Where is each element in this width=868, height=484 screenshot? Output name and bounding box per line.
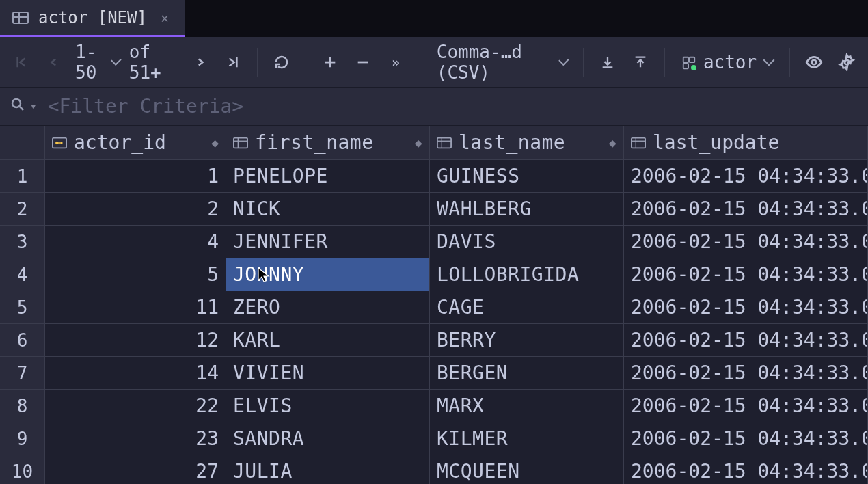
- cell-actor-id[interactable]: 2: [45, 193, 226, 226]
- row-number[interactable]: 3: [0, 226, 45, 258]
- cell-last-update[interactable]: 2006-02-15 04:34:33.00: [624, 357, 868, 390]
- table-row[interactable]: 923SANDRAKILMER2006-02-15 04:34:33.00: [0, 422, 868, 455]
- ddl-dropdown[interactable]: actor: [675, 52, 780, 72]
- cell-last-name[interactable]: CAGE: [430, 291, 624, 324]
- cell-first-name[interactable]: PENELOPE: [226, 160, 430, 193]
- table-row[interactable]: 1027JULIAMCQUEEN2006-02-15 04:34:33.00: [0, 455, 868, 484]
- column-icon: [631, 137, 646, 149]
- cell-actor-id[interactable]: 12: [45, 324, 226, 357]
- cell-actor-id[interactable]: 11: [45, 291, 226, 324]
- tab-title: actor [NEW]: [38, 8, 147, 27]
- page-range-dropdown[interactable]: 1-50: [72, 42, 122, 83]
- cell-first-name[interactable]: SANDRA: [226, 422, 430, 455]
- tab-actor[interactable]: actor [NEW] ✕: [0, 0, 185, 37]
- column-header-last-name[interactable]: last_name ◆: [430, 126, 624, 160]
- cell-first-name[interactable]: JULIA: [226, 455, 430, 484]
- cell-last-name[interactable]: WAHLBERG: [430, 193, 624, 226]
- cell-first-name[interactable]: NICK: [226, 193, 430, 226]
- toolbar: 1-50 of 51+ » Comma-…d (CSV) actor: [0, 37, 868, 88]
- table-row[interactable]: 612KARLBERRY2006-02-15 04:34:33.00: [0, 324, 868, 357]
- row-number[interactable]: 9: [0, 422, 45, 455]
- cell-last-update[interactable]: 2006-02-15 04:34:33.00: [624, 422, 868, 455]
- first-page-button[interactable]: [7, 48, 36, 77]
- chevron-down-icon: [763, 54, 775, 66]
- settings-button[interactable]: [832, 48, 861, 77]
- sort-icon: ◆: [211, 139, 219, 146]
- row-number[interactable]: 10: [0, 455, 45, 484]
- table-row[interactable]: 34JENNIFERDAVIS2006-02-15 04:34:33.00: [0, 226, 868, 258]
- cell-last-name[interactable]: DAVIS: [430, 226, 624, 258]
- refresh-button[interactable]: [267, 48, 296, 77]
- next-page-button[interactable]: [186, 48, 215, 77]
- cell-last-name[interactable]: KILMER: [430, 422, 624, 455]
- prev-page-button[interactable]: [40, 48, 68, 77]
- table-row[interactable]: 822ELVISMARX2006-02-15 04:34:33.00: [0, 390, 868, 422]
- cell-last-update[interactable]: 2006-02-15 04:34:33.00: [624, 160, 868, 193]
- column-header-actor-id[interactable]: actor_id ◆: [45, 126, 226, 160]
- cell-actor-id[interactable]: 1: [45, 160, 226, 193]
- cell-last-name[interactable]: LOLLOBRIGIDA: [430, 258, 624, 291]
- table-row[interactable]: 22NICKWAHLBERG2006-02-15 04:34:33.00: [0, 193, 868, 226]
- more-actions-button[interactable]: »: [381, 48, 410, 77]
- row-number[interactable]: 7: [0, 357, 45, 390]
- import-button[interactable]: [593, 48, 622, 77]
- cell-first-name[interactable]: ELVIS: [226, 390, 430, 422]
- export-format-label: Comma-…d (CSV): [437, 42, 552, 83]
- cell-actor-id[interactable]: 4: [45, 226, 226, 258]
- column-header-first-name[interactable]: first_name ◆: [226, 126, 430, 160]
- svg-rect-14: [632, 137, 645, 148]
- svg-rect-8: [234, 137, 247, 148]
- cell-first-name[interactable]: JENNIFER: [226, 226, 430, 258]
- cell-actor-id[interactable]: 22: [45, 390, 226, 422]
- svg-point-5: [12, 99, 21, 107]
- cell-last-name[interactable]: BERRY: [430, 324, 624, 357]
- cell-last-name[interactable]: MCQUEEN: [430, 455, 624, 484]
- svg-rect-1: [690, 57, 694, 62]
- cell-last-update[interactable]: 2006-02-15 04:34:33.00: [624, 324, 868, 357]
- cell-first-name[interactable]: KARL: [226, 324, 430, 357]
- filter-bar[interactable]: ▾ <Filter Criteria>: [0, 88, 868, 126]
- column-label: actor_id: [74, 131, 166, 154]
- cell-last-name[interactable]: BERGEN: [430, 357, 624, 390]
- svg-rect-0: [683, 57, 688, 62]
- row-number[interactable]: 1: [0, 160, 45, 193]
- cell-last-update[interactable]: 2006-02-15 04:34:33.00: [624, 193, 868, 226]
- export-button[interactable]: [626, 48, 655, 77]
- cell-actor-id[interactable]: 14: [45, 357, 226, 390]
- gutter-header[interactable]: [0, 126, 45, 160]
- row-number[interactable]: 5: [0, 291, 45, 324]
- cell-first-name[interactable]: VIVIEN: [226, 357, 430, 390]
- row-number[interactable]: 8: [0, 390, 45, 422]
- row-number[interactable]: 2: [0, 193, 45, 226]
- row-number[interactable]: 4: [0, 258, 45, 291]
- separator: [306, 48, 306, 77]
- column-label: first_name: [255, 131, 374, 154]
- close-tab-button[interactable]: ✕: [157, 8, 173, 27]
- table-row[interactable]: 11PENELOPEGUINESS2006-02-15 04:34:33.00: [0, 160, 868, 193]
- key-column-icon: [52, 137, 67, 149]
- cell-last-update[interactable]: 2006-02-15 04:34:33.00: [624, 390, 868, 422]
- cell-first-name[interactable]: JOHNNY: [226, 258, 430, 291]
- add-row-button[interactable]: [316, 48, 344, 77]
- cell-last-name[interactable]: GUINESS: [430, 160, 624, 193]
- cell-last-update[interactable]: 2006-02-15 04:34:33.00: [624, 291, 868, 324]
- delete-row-button[interactable]: [349, 48, 377, 77]
- cell-last-update[interactable]: 2006-02-15 04:34:33.00: [624, 455, 868, 484]
- ddl-name-label: actor: [703, 52, 757, 72]
- last-page-button[interactable]: [219, 48, 247, 77]
- view-button[interactable]: [800, 48, 828, 77]
- row-number[interactable]: 6: [0, 324, 45, 357]
- cell-actor-id[interactable]: 23: [45, 422, 226, 455]
- export-format-dropdown[interactable]: Comma-…d (CSV): [430, 42, 574, 83]
- table-row[interactable]: 511ZEROCAGE2006-02-15 04:34:33.00: [0, 291, 868, 324]
- column-header-last-update[interactable]: last_update: [624, 126, 868, 160]
- cell-actor-id[interactable]: 5: [45, 258, 226, 291]
- cell-last-update[interactable]: 2006-02-15 04:34:33.00: [624, 258, 868, 291]
- table-row[interactable]: 45JOHNNYLOLLOBRIGIDA2006-02-15 04:34:33.…: [0, 258, 868, 291]
- table-row[interactable]: 714VIVIENBERGEN2006-02-15 04:34:33.00: [0, 357, 868, 390]
- cell-last-update[interactable]: 2006-02-15 04:34:33.00: [624, 226, 868, 258]
- cell-actor-id[interactable]: 27: [45, 455, 226, 484]
- cell-last-name[interactable]: MARX: [430, 390, 624, 422]
- cell-first-name[interactable]: ZERO: [226, 291, 430, 324]
- tab-bar: actor [NEW] ✕: [0, 0, 868, 37]
